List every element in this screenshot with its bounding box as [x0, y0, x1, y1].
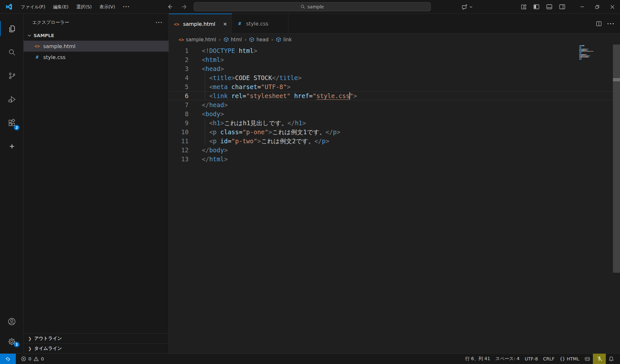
activity-files-button[interactable]	[0, 17, 24, 40]
status-bar: 0 0 行 6、列 41スペース: 4UTF-8CRLF{}HTML	[0, 353, 620, 364]
status--4[interactable]: スペース: 4	[493, 355, 522, 363]
back-button[interactable]	[165, 2, 175, 12]
copilot-icon	[584, 356, 590, 362]
search-icon	[8, 48, 16, 56]
sidebar-bottom-sections: ❯アウトライン❯タイムライン	[24, 333, 169, 353]
activity-badge: 2	[14, 125, 19, 130]
activity-search-button[interactable]	[0, 40, 24, 64]
code-line-11[interactable]: 11 <p id="p-two">これは例文2です。</p>	[169, 136, 620, 146]
section-label: タイムライン	[34, 346, 62, 351]
status-copilot[interactable]	[582, 355, 593, 363]
split-editor-button[interactable]	[596, 21, 602, 27]
lightning-off-icon	[596, 356, 602, 362]
activity-extensions-button[interactable]: 2	[0, 111, 24, 135]
problems-indicator[interactable]: 0 0	[18, 355, 46, 363]
code-text: <title>CODE STOCK</title>	[202, 73, 302, 82]
code-text: <meta charset="UTF-8">	[202, 82, 291, 91]
breadcrumb-item-link[interactable]: link	[276, 37, 292, 43]
code-line-1[interactable]: 1<!DOCTYPE html>	[169, 46, 620, 55]
panel-left-icon	[533, 4, 540, 10]
line-number: 8	[169, 109, 202, 118]
menu-more-button[interactable]: ···	[119, 2, 134, 12]
search-value: sample	[307, 4, 324, 9]
menu-item-1[interactable]: 編集(E)	[49, 2, 72, 12]
menu-item-0[interactable]: ファイル(F)	[17, 2, 49, 12]
code-editor[interactable]: 1<!DOCTYPE html>2<html>3<head>4 <title>C…	[169, 45, 620, 353]
arrow-right-icon	[181, 4, 187, 10]
breadcrumb-item-html[interactable]: html	[223, 37, 242, 43]
section-アウトライン[interactable]: ❯アウトライン	[24, 333, 169, 343]
close-window-button[interactable]	[605, 0, 620, 14]
command-center-search[interactable]: sample	[194, 2, 431, 11]
menu-item-2[interactable]: 選択(S)	[72, 2, 96, 12]
close-icon	[610, 5, 615, 9]
activity-run-debug-button[interactable]	[0, 87, 24, 111]
status-html[interactable]: {}HTML	[557, 355, 582, 363]
ellipsis-icon: ···	[123, 4, 130, 9]
tab-sample.html[interactable]: <>sample.html✕	[169, 14, 232, 34]
status-crlf[interactable]: CRLF	[541, 355, 557, 363]
chevron-right-icon: ›	[271, 36, 273, 43]
activity-bar-bottom: 1	[0, 311, 23, 351]
file-item-style.css[interactable]: #style.css	[24, 52, 169, 63]
code-text: <h1>これはh1見出しです。</h1>	[202, 118, 306, 127]
customize-layout-button[interactable]	[517, 0, 530, 14]
minimap-line	[579, 45, 602, 46]
explorer-more-actions-button[interactable]: ···	[156, 20, 163, 25]
code-line-5[interactable]: 5 <meta charset="UTF-8">	[169, 82, 620, 91]
file-item-sample.html[interactable]: <>sample.html	[24, 41, 169, 52]
code-line-13[interactable]: 13</html>	[169, 155, 620, 164]
breadcrumb-item-sample.html[interactable]: <>sample.html	[179, 37, 216, 43]
bell-icon	[608, 356, 614, 362]
tab-style.css[interactable]: #style.css	[232, 14, 288, 34]
code-line-4[interactable]: 4 <title>CODE STOCK</title>	[169, 73, 620, 82]
code-text: <head>	[202, 64, 224, 73]
code-line-3[interactable]: 3<head>	[169, 64, 620, 73]
error-icon	[21, 356, 26, 361]
breadcrumb-item-head[interactable]: head	[249, 37, 268, 43]
status-bell[interactable]	[606, 355, 617, 363]
code-line-8[interactable]: 8<body>	[169, 109, 620, 118]
code-line-2[interactable]: 2<html>	[169, 55, 620, 64]
line-number: 13	[169, 155, 202, 164]
activity-settings-gear-button[interactable]: 1	[0, 331, 24, 351]
panel-bottom-icon	[546, 4, 553, 10]
chevron-down-icon	[469, 5, 473, 9]
toggle-secondary-sidebar-button[interactable]	[556, 0, 569, 14]
code-text: <link rel="stylesheet" href="style.css">	[202, 92, 357, 100]
status--6-41[interactable]: 行 6、列 41	[462, 355, 493, 363]
vertical-scrollbar[interactable]	[613, 45, 620, 273]
editor-more-actions-button[interactable]: ···	[607, 21, 615, 27]
status-lightning-off[interactable]	[593, 354, 606, 364]
minimap-line	[579, 46, 602, 47]
code-line-7[interactable]: 7</head>	[169, 100, 620, 109]
minimap[interactable]	[579, 45, 602, 60]
activity-source-control-button[interactable]	[0, 64, 24, 87]
code-line-9[interactable]: 9 <h1>これはh1見出しです。</h1>	[169, 118, 620, 127]
minimap-line	[579, 50, 602, 51]
scrollbar-cursor-marker	[613, 78, 620, 81]
code-text: </body>	[202, 146, 228, 155]
restore-button[interactable]	[590, 0, 605, 14]
code-line-10[interactable]: 10 <p class="p-one">これは例文1です。</p>	[169, 127, 620, 136]
activity-badge: 1	[14, 342, 19, 347]
activity-account-button[interactable]	[0, 311, 24, 331]
remote-indicator[interactable]	[0, 354, 16, 364]
copilot-menu-button[interactable]	[458, 0, 476, 14]
status-utf-8[interactable]: UTF-8	[522, 355, 541, 363]
activity-sparkle-button[interactable]	[0, 135, 24, 158]
minimize-button[interactable]	[574, 0, 590, 14]
close-tab-button[interactable]: ✕	[223, 21, 227, 27]
code-line-12[interactable]: 12</body>	[169, 146, 620, 155]
minimap-line	[579, 51, 602, 52]
toggle-primary-sidebar-button[interactable]	[530, 0, 543, 14]
forward-button[interactable]	[180, 2, 189, 12]
status-label: 行 6、列 41	[465, 356, 490, 362]
toggle-panel-button[interactable]	[543, 0, 556, 14]
section-タイムライン[interactable]: ❯タイムライン	[24, 343, 169, 353]
folder-section-sample[interactable]: SAMPLE	[24, 30, 169, 41]
menu-item-3[interactable]: 表示(V)	[96, 2, 119, 12]
code-line-6[interactable]: 6 <link rel="stylesheet" href="style.css…	[169, 91, 620, 100]
braces-icon: {}	[560, 356, 565, 361]
chevron-down-icon	[27, 33, 32, 38]
